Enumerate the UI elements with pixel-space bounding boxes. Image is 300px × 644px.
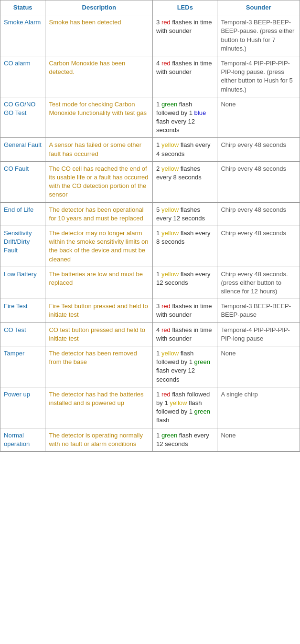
- sounder-cell: A single chirp: [217, 387, 300, 428]
- description-cell: The batteries are low and must be replac…: [45, 267, 153, 299]
- sounder-cell: Temporal-3 BEEP-BEEP-BEEP-pause. (press …: [217, 15, 300, 56]
- status-cell: General Fault: [0, 138, 45, 161]
- status-cell: CO GO/NO GO Test: [0, 97, 45, 138]
- sounder-cell: Chirp every 48 seconds: [217, 161, 300, 202]
- leds-cell: 1 yellow flash every 12 seconds: [153, 267, 217, 299]
- leds-cell: 1 red flash followed by 1 yellow flash f…: [153, 387, 217, 428]
- status-cell: Sensitivity Drift/Dirty Fault: [0, 226, 45, 267]
- leds-cell: 5 yellow flashes every 12 seconds: [153, 202, 217, 226]
- description-cell: Test mode for checking Carbon Monoxide f…: [45, 97, 153, 138]
- header-leds: LEDs: [153, 0, 217, 15]
- description-cell: Fire Test button pressed and held to ini…: [45, 299, 153, 322]
- status-cell: Fire Test: [0, 299, 45, 322]
- header-status: Status: [0, 0, 45, 15]
- sounder-cell: None: [217, 346, 300, 387]
- description-cell: The detector has been operational for 10…: [45, 202, 153, 226]
- description-cell: The detector may no longer alarm within …: [45, 226, 153, 267]
- status-cell: CO alarm: [0, 56, 45, 97]
- sounder-cell: Chirp every 48 seconds: [217, 138, 300, 161]
- leds-cell: 1 green flash followed by 1 blue flash e…: [153, 97, 217, 138]
- sounder-cell: Temporal-4 PIP-PIP-PIP-PIP-long pause. (…: [217, 56, 300, 97]
- description-cell: The detector has had the batteries insta…: [45, 387, 153, 428]
- description-cell: Smoke has been detected: [45, 15, 153, 56]
- sounder-cell: Chirp every 48 seconds: [217, 202, 300, 226]
- leds-cell: 4 red flashes in time with sounder: [153, 322, 217, 346]
- sounder-cell: Chirp every 48 seconds: [217, 226, 300, 267]
- description-cell: Carbon Monoxide has been detected.: [45, 56, 153, 97]
- leds-cell: 3 red flashes in time with sounder: [153, 299, 217, 322]
- leds-cell: 1 yellow flash every 8 seconds: [153, 226, 217, 267]
- leds-cell: 2 yellow flashes every 8 seconds: [153, 161, 217, 202]
- sounder-cell: Chirp every 48 seconds. (press either bu…: [217, 267, 300, 299]
- header-description: Description: [45, 0, 153, 15]
- leds-cell: 3 red flashes in time with sounder: [153, 15, 217, 56]
- sounder-cell: Temporal-4 PIP-PIP-PIP-PIP-long pause: [217, 322, 300, 346]
- sounder-cell: Temporal-3 BEEP-BEEP-BEEP-pause: [217, 299, 300, 322]
- leds-cell: 1 green flash every 12 seconds: [153, 428, 217, 451]
- sounder-cell: None: [217, 428, 300, 451]
- description-cell: A sensor has failed or some other fault …: [45, 138, 153, 161]
- leds-cell: 4 red flashes in time with sounder: [153, 56, 217, 97]
- status-cell: Smoke Alarm: [0, 15, 45, 56]
- leds-cell: 1 yellow flash followed by 1 green flash…: [153, 346, 217, 387]
- description-cell: CO test button pressed and held to initi…: [45, 322, 153, 346]
- status-table: Status Description LEDs Sounder Smoke Al…: [0, 0, 300, 452]
- status-cell: Tamper: [0, 346, 45, 387]
- status-cell: Normal operation: [0, 428, 45, 451]
- header-sounder: Sounder: [217, 0, 300, 15]
- description-cell: The detector is operating normally with …: [45, 428, 153, 451]
- status-cell: CO Fault: [0, 161, 45, 202]
- sounder-cell: None: [217, 97, 300, 138]
- leds-cell: 1 yellow flash every 4 seconds: [153, 138, 217, 161]
- status-cell: End of Life: [0, 202, 45, 226]
- description-cell: The detector has been removed from the b…: [45, 346, 153, 387]
- status-cell: CO Test: [0, 322, 45, 346]
- status-cell: Power up: [0, 387, 45, 428]
- status-cell: Low Battery: [0, 267, 45, 299]
- description-cell: The CO cell has reached the end of its u…: [45, 161, 153, 202]
